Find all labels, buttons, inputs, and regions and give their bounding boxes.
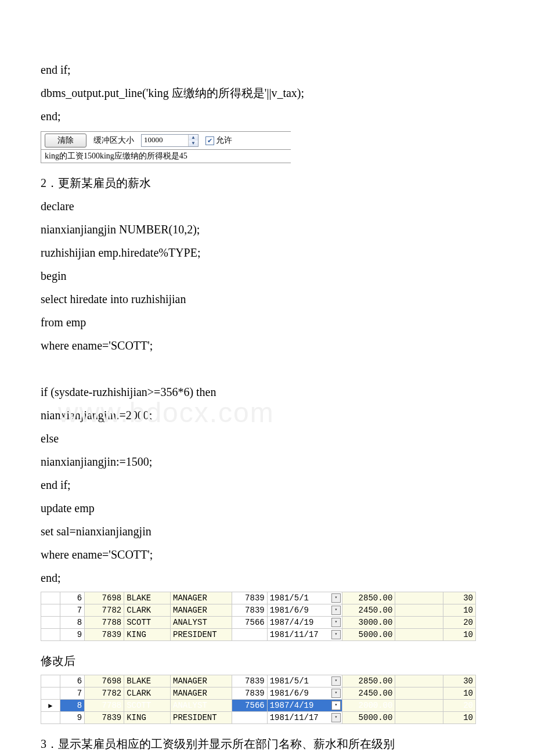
buffer-size-spinner[interactable]: ▲ ▼ <box>141 134 199 147</box>
table-cell: 20 <box>443 700 475 712</box>
table-cell <box>232 712 267 724</box>
table-cell: 7 <box>60 687 84 700</box>
dropdown-icon[interactable]: ▾ <box>331 618 341 627</box>
table-cell: PRESIDENT <box>171 629 232 641</box>
code-line <box>41 357 493 380</box>
table-cell: 7782 <box>85 604 124 617</box>
dropdown-icon[interactable]: ▾ <box>331 713 341 722</box>
clear-button[interactable]: 清除 <box>45 134 86 147</box>
output-panel-body: king的工资1500king应缴纳的所得税是45 <box>41 149 291 163</box>
table-cell-date[interactable]: 1981/11/17▾ <box>267 629 342 641</box>
table-cell: MANAGER <box>171 592 232 604</box>
dropdown-icon[interactable]: ▾ <box>331 593 341 603</box>
dropdown-icon[interactable]: ▾ <box>331 676 341 686</box>
table-cell-date[interactable]: 1981/6/9▾ <box>267 604 342 617</box>
table-cell: 7839 <box>232 687 267 700</box>
table-cell <box>41 629 60 641</box>
table-cell: MANAGER <box>171 687 232 700</box>
table-cell: MANAGER <box>171 675 232 687</box>
code-line: end if; <box>41 473 493 496</box>
table-cell-date[interactable]: 1981/5/1▾ <box>267 592 342 604</box>
table-cell: SCOTT <box>124 700 171 712</box>
table-cell: KING <box>124 712 171 724</box>
code-line: if (sysdate-ruzhishijian>=356*6) then <box>41 380 493 404</box>
table-cell <box>395 675 443 687</box>
code-line: else <box>41 427 493 450</box>
table-cell: 2450.00 <box>342 687 395 700</box>
table-cell: 7839 <box>232 675 267 687</box>
checkbox-checked-icon[interactable]: ✔ <box>205 136 214 145</box>
code-line: update emp <box>41 496 493 520</box>
table-row[interactable]: 77782CLARKMANAGER78391981/6/9▾2450.0010 <box>41 604 476 617</box>
table-cell: 2000.00 <box>342 700 395 712</box>
output-panel-toolbar: 清除 缓冲区大小 ▲ ▼ ✔ 允许 <box>41 131 291 149</box>
table-cell: BLAKE <box>124 675 171 687</box>
dropdown-icon[interactable]: ▾ <box>331 689 341 698</box>
dropdown-icon[interactable]: ▾ <box>331 701 341 710</box>
section-3-heading: 3．显示某雇员相应的工资级别并显示所在部门名称、薪水和所在级别 <box>41 732 493 755</box>
allow-checkbox[interactable]: ✔ 允许 <box>205 135 232 146</box>
table-row[interactable]: 97839KINGPRESIDENT1981/11/17▾5000.0010 <box>41 629 476 641</box>
code-line: dbms_output.put_line('king 应缴纳的所得税是'||v_… <box>41 81 493 105</box>
spinner-up-icon[interactable]: ▲ <box>189 135 198 141</box>
table-row[interactable]: ▶87788SCOTTANALYST75661987/4/19▾2000.002… <box>41 700 476 712</box>
table-cell: 7788 <box>85 617 124 629</box>
table-cell <box>395 592 443 604</box>
table-cell: 2850.00 <box>342 675 395 687</box>
allow-label: 允许 <box>216 135 232 146</box>
code-line: nianxianjiangjin NUMBER(10,2); <box>41 218 493 241</box>
table-cell <box>41 712 60 724</box>
table-cell: ▶ <box>41 700 60 712</box>
table-cell <box>41 617 60 629</box>
table-row[interactable]: 67698BLAKEMANAGER78391981/5/1▾2850.0030 <box>41 675 476 687</box>
table-cell: 9 <box>60 712 84 724</box>
table-row[interactable]: 67698BLAKEMANAGER78391981/5/1▾2850.0030 <box>41 592 476 604</box>
table-cell: KING <box>124 629 171 641</box>
table-cell: 7839 <box>232 604 267 617</box>
table-row[interactable]: 77782CLARKMANAGER78391981/6/9▾2450.0010 <box>41 687 476 700</box>
table-cell: 9 <box>60 629 84 641</box>
code-line: nianxianjiangjin:=1500; <box>41 450 493 473</box>
dropdown-icon[interactable]: ▾ <box>331 606 341 615</box>
dropdown-icon[interactable]: ▾ <box>331 630 341 639</box>
code-line: begin <box>41 264 493 287</box>
table-cell-date[interactable]: 1981/6/9▾ <box>267 687 342 700</box>
spinner-down-icon[interactable]: ▼ <box>189 141 198 146</box>
table-cell: 8 <box>60 617 84 629</box>
table-cell: CLARK <box>124 604 171 617</box>
table-cell-date[interactable]: 1987/4/19▾ <box>267 617 342 629</box>
table-cell-date[interactable]: 1981/5/1▾ <box>267 675 342 687</box>
spinner-arrows[interactable]: ▲ ▼ <box>188 135 198 146</box>
code-line: declare <box>41 195 493 218</box>
table-cell: 2850.00 <box>342 592 395 604</box>
code-line: set sal=nianxianjiangjin <box>41 520 493 543</box>
table-cell <box>395 687 443 700</box>
code-line: end; <box>41 105 493 128</box>
table-cell: 10 <box>443 687 475 700</box>
table-cell <box>232 629 267 641</box>
table-cell: SCOTT <box>124 617 171 629</box>
code-line: where ename='SCOTT'; <box>41 543 493 566</box>
table-cell: 7839 <box>85 629 124 641</box>
table-cell <box>395 617 443 629</box>
emp-table-before: 67698BLAKEMANAGER78391981/5/1▾2850.00307… <box>41 592 476 641</box>
table-cell <box>41 675 60 687</box>
buffer-size-input[interactable] <box>142 135 188 145</box>
table-cell: 5000.00 <box>342 712 395 724</box>
table-cell: 30 <box>443 592 475 604</box>
table-cell: 10 <box>443 712 475 724</box>
table-cell: ANALYST <box>171 700 232 712</box>
table-row[interactable]: 87788SCOTTANALYST75661987/4/19▾3000.0020 <box>41 617 476 629</box>
table-cell <box>41 592 60 604</box>
table-cell: ANALYST <box>171 617 232 629</box>
table-row[interactable]: 97839KINGPRESIDENT1981/11/17▾5000.0010 <box>41 712 476 724</box>
code-line: nianxianjiangjin:=2000; <box>41 404 493 427</box>
table-cell: 7566 <box>232 700 267 712</box>
table-cell-date[interactable]: 1987/4/19▾ <box>267 700 342 712</box>
table-cell-date[interactable]: 1981/11/17▾ <box>267 712 342 724</box>
emp-table-after: 67698BLAKEMANAGER78391981/5/1▾2850.00307… <box>41 675 476 724</box>
table-cell: 7839 <box>85 712 124 724</box>
code-line: where ename='SCOTT'; <box>41 334 493 357</box>
table-cell: CLARK <box>124 687 171 700</box>
table-cell <box>395 604 443 617</box>
